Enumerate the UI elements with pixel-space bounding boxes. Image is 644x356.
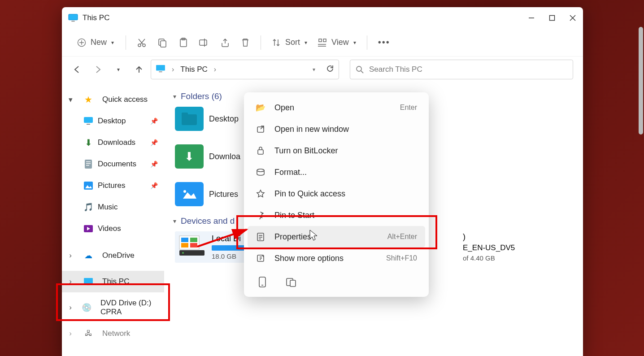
chevron-right-icon[interactable]: › bbox=[66, 303, 74, 312]
search-box[interactable]: Search This PC bbox=[350, 60, 573, 79]
sidebar-item-label: Videos bbox=[98, 224, 121, 233]
nav-row: ▾ › This PC › ▾ Search This PC bbox=[62, 56, 583, 82]
drive-dvd[interactable]: ) E_EN-US_DV5 of 4.40 GB bbox=[463, 231, 515, 263]
forward-button[interactable] bbox=[89, 61, 107, 78]
svg-rect-30 bbox=[86, 161, 91, 162]
view-label: View bbox=[331, 38, 349, 47]
maximize-button[interactable] bbox=[542, 8, 562, 28]
back-button[interactable] bbox=[68, 61, 86, 78]
sidebar-dvd[interactable]: › 💿 DVD Drive (D:) CPRA bbox=[62, 297, 164, 318]
page-scrollbar[interactable] bbox=[639, 27, 643, 135]
sort-label: Sort bbox=[285, 38, 300, 47]
svg-rect-19 bbox=[319, 39, 322, 42]
view-button[interactable]: View ▾ bbox=[313, 33, 361, 52]
svg-line-26 bbox=[361, 71, 363, 73]
ctx-device-button[interactable] bbox=[254, 274, 271, 291]
ctx-app-button[interactable] bbox=[283, 274, 300, 291]
chevron-down-icon: ▾ bbox=[111, 39, 114, 46]
ctx-open[interactable]: 📂 Open Enter bbox=[248, 97, 425, 118]
chevron-right-icon: › bbox=[214, 65, 216, 74]
svg-rect-61 bbox=[290, 280, 296, 287]
folder-icon: 📂 bbox=[256, 103, 265, 113]
network-icon: 🖧 bbox=[83, 329, 93, 339]
delete-button[interactable] bbox=[236, 33, 254, 52]
desktop-icon bbox=[83, 116, 93, 126]
folder-label: Downloa bbox=[209, 152, 240, 161]
sidebar-item-documents[interactable]: Documents 📌 bbox=[62, 153, 164, 175]
close-button[interactable] bbox=[562, 8, 583, 28]
ctx-pin-start[interactable]: Pin to Start bbox=[248, 204, 425, 226]
show-more-icon bbox=[256, 253, 265, 263]
sidebar-item-desktop[interactable]: Desktop 📌 bbox=[62, 110, 164, 132]
svg-rect-46 bbox=[181, 243, 188, 247]
search-icon bbox=[356, 65, 364, 74]
ctx-label: Turn on BitLocker bbox=[274, 146, 338, 156]
sort-button[interactable]: Sort ▾ bbox=[267, 33, 312, 52]
refresh-button[interactable] bbox=[326, 65, 334, 74]
ctx-show-more[interactable]: Show more options Shift+F10 bbox=[248, 247, 425, 269]
sidebar-item-label: OneDrive bbox=[102, 251, 135, 260]
ctx-format[interactable]: Format... bbox=[248, 161, 425, 183]
minimize-button[interactable] bbox=[521, 8, 542, 28]
sidebar-item-pictures[interactable]: Pictures 📌 bbox=[62, 175, 164, 196]
ctx-properties[interactable]: Properties Alt+Enter bbox=[248, 226, 425, 247]
star-icon: ★ bbox=[83, 95, 93, 104]
cut-button[interactable] bbox=[132, 33, 151, 52]
ctx-label: Pin to Start bbox=[274, 211, 314, 220]
chevron-right-icon[interactable]: › bbox=[66, 277, 74, 286]
chevron-right-icon: › bbox=[172, 65, 174, 74]
up-button[interactable] bbox=[130, 61, 148, 78]
ctx-shortcut: Alt+Enter bbox=[387, 233, 417, 241]
sidebar-this-pc[interactable]: › This PC bbox=[62, 271, 164, 292]
sidebar-item-label: Downloads bbox=[98, 138, 135, 147]
ctx-pin-quick[interactable]: Pin to Quick access bbox=[248, 183, 425, 204]
folder-icon bbox=[175, 107, 204, 131]
chevron-right-icon[interactable]: › bbox=[66, 251, 74, 260]
pictures-icon bbox=[83, 181, 93, 191]
video-icon bbox=[83, 224, 93, 234]
address-bar[interactable]: › This PC › ▾ bbox=[151, 60, 339, 79]
sidebar: ▾ ★ Quick access Desktop 📌 ⬇ Downloads 📌… bbox=[62, 82, 164, 356]
sidebar-item-label: Pictures bbox=[98, 181, 125, 190]
ctx-open-new-window[interactable]: Open in new window bbox=[248, 118, 425, 140]
svg-rect-45 bbox=[190, 238, 197, 242]
breadcrumb-item[interactable]: This PC bbox=[180, 65, 207, 74]
svg-rect-44 bbox=[181, 238, 188, 242]
svg-point-25 bbox=[357, 66, 361, 71]
svg-rect-47 bbox=[190, 243, 197, 247]
paste-button[interactable] bbox=[174, 33, 192, 52]
sidebar-item-videos[interactable]: Videos bbox=[62, 218, 164, 239]
copy-button[interactable] bbox=[153, 33, 172, 52]
svg-rect-33 bbox=[84, 182, 93, 190]
chevron-right-icon[interactable]: › bbox=[66, 329, 74, 338]
sidebar-network[interactable]: › 🖧 Network bbox=[62, 323, 164, 344]
ctx-label: Open in new window bbox=[274, 125, 349, 134]
recent-dropdown[interactable]: ▾ bbox=[109, 61, 127, 78]
new-button[interactable]: New ▾ bbox=[72, 38, 119, 47]
pin-icon: 📌 bbox=[150, 117, 158, 125]
sidebar-item-downloads[interactable]: ⬇ Downloads 📌 bbox=[62, 132, 164, 153]
share-button[interactable] bbox=[216, 33, 235, 52]
more-button[interactable]: ••• bbox=[374, 33, 395, 52]
properties-icon bbox=[256, 232, 265, 242]
pin-icon bbox=[256, 210, 265, 220]
chevron-down-icon[interactable]: ▾ bbox=[313, 66, 315, 73]
sidebar-quick-access[interactable]: ▾ ★ Quick access bbox=[62, 89, 164, 110]
ctx-label: Properties bbox=[274, 232, 311, 242]
chevron-down-icon: ▾ bbox=[305, 39, 307, 46]
chevron-down-icon: ▾ bbox=[173, 93, 176, 100]
sidebar-item-label: Music bbox=[98, 203, 117, 212]
ctx-shortcut: Shift+F10 bbox=[386, 254, 417, 262]
new-label: New bbox=[91, 38, 107, 47]
rename-button[interactable] bbox=[194, 33, 214, 52]
svg-point-42 bbox=[183, 190, 186, 193]
ctx-bitlocker[interactable]: Turn on BitLocker bbox=[248, 140, 425, 161]
sidebar-item-music[interactable]: 🎵 Music bbox=[62, 196, 164, 218]
svg-marker-41 bbox=[183, 192, 196, 199]
svg-rect-23 bbox=[156, 65, 165, 71]
chevron-down-icon[interactable]: ▾ bbox=[66, 95, 74, 104]
plus-circle-icon bbox=[77, 38, 86, 47]
sidebar-onedrive[interactable]: › ☁ OneDrive bbox=[62, 245, 164, 266]
cloud-icon: ☁ bbox=[83, 251, 93, 260]
svg-rect-31 bbox=[86, 163, 91, 164]
